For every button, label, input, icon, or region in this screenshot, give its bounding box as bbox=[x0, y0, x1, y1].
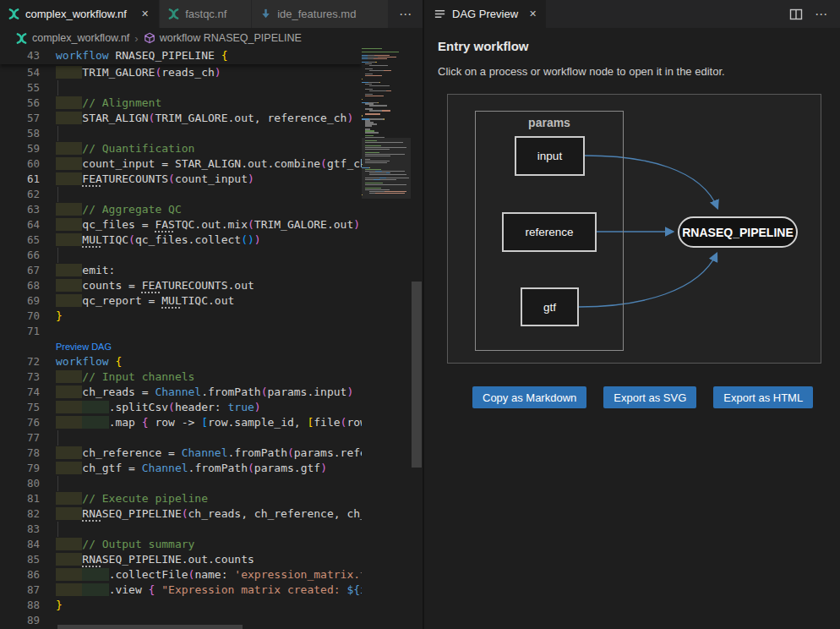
token: Channel bbox=[155, 386, 201, 398]
indent-highlight bbox=[56, 401, 82, 413]
token: TURECOUNTS.out bbox=[161, 279, 254, 292]
code-line[interactable]: ch_gtf = Channel.fromPath(params.gtf) bbox=[47, 461, 362, 476]
code-line[interactable]: counts = FEATURECOUNTS.out bbox=[47, 278, 362, 293]
code-line[interactable]: RNASEQ_PIPELINE.out.counts bbox=[47, 552, 362, 567]
code-line[interactable]: // Aggregate QC bbox=[47, 202, 362, 217]
token: ) bbox=[353, 218, 360, 231]
code-line[interactable]: .collectFile(name: 'expression_matrix.tx… bbox=[47, 567, 362, 583]
breadcrumb-file[interactable]: complex_workflow.nf bbox=[32, 32, 129, 44]
code-line[interactable]: .view { "Expression matrix created: ${it… bbox=[47, 583, 362, 598]
code-line[interactable]: .map { row -> [row.sample_id, [file(row.… bbox=[47, 415, 362, 430]
tab-bar-more-icon[interactable]: ⋯ bbox=[389, 0, 423, 28]
line-number: 43 bbox=[0, 48, 47, 64]
code-line[interactable] bbox=[47, 126, 362, 141]
code-line[interactable]: // Quantification bbox=[47, 141, 362, 156]
preview-list-icon bbox=[434, 8, 446, 20]
code-line[interactable]: workflow { bbox=[47, 354, 362, 369]
token: params.input bbox=[267, 386, 346, 398]
code-line[interactable]: qc_files = FASTQC.out.mix(TRIM_GALORE.ou… bbox=[47, 217, 362, 232]
code-line[interactable]: MULTIQC(qc_files.collect()) bbox=[47, 232, 362, 248]
code-line[interactable]: TRIM_GALORE(reads_ch) bbox=[47, 65, 362, 80]
token: FAS bbox=[155, 218, 174, 231]
panel-more-actions[interactable]: ⋯ bbox=[815, 7, 828, 22]
code-line[interactable]: } bbox=[47, 309, 362, 324]
line-number: 58 bbox=[0, 126, 47, 141]
line-number: 85 bbox=[0, 552, 47, 567]
line-number: 55 bbox=[0, 80, 47, 96]
tab-fastqc-nf[interactable]: fastqc.nf bbox=[160, 0, 252, 28]
indent-highlight bbox=[56, 203, 82, 216]
symbol-workflow-icon bbox=[144, 32, 155, 44]
vertical-scrollbar[interactable] bbox=[411, 48, 423, 629]
token: [ bbox=[201, 416, 208, 429]
line-number: 72 bbox=[0, 354, 47, 369]
tab-label: complex_workflow.nf bbox=[25, 8, 127, 20]
dag-node-gtf[interactable]: gtf bbox=[521, 287, 579, 326]
dag-node-reference[interactable]: reference bbox=[502, 212, 597, 252]
code-line[interactable]: // Output summary bbox=[47, 537, 362, 552]
codelens-preview-dag-link[interactable]: Preview DAG bbox=[56, 342, 112, 352]
split-editor-icon[interactable] bbox=[789, 8, 803, 21]
code-line[interactable]: .splitCsv(header: true) bbox=[47, 400, 362, 415]
code-line[interactable] bbox=[47, 187, 362, 202]
code-line[interactable]: // Execute pipeline bbox=[47, 491, 362, 506]
code-line[interactable]: qc_report = MULTIQC.out bbox=[47, 293, 362, 309]
token: TURECOUNTS bbox=[102, 172, 168, 185]
horizontal-scrollbar[interactable] bbox=[0, 625, 362, 629]
line-number: 75 bbox=[0, 400, 47, 415]
line-number: 74 bbox=[0, 385, 47, 400]
token: .fromPath bbox=[201, 386, 260, 398]
indent-highlight bbox=[56, 218, 82, 231]
code-line[interactable]: RNASEQ_PIPELINE(ch_reads, ch_reference, … bbox=[47, 506, 362, 522]
indent-highlight bbox=[56, 446, 82, 459]
code-line[interactable]: // Input channels bbox=[47, 369, 362, 385]
code-line[interactable]: // Alignment bbox=[47, 96, 362, 111]
panel-tab-close-icon[interactable]: ✕ bbox=[529, 8, 537, 19]
token: { bbox=[221, 49, 228, 62]
breadcrumb-symbol[interactable]: workflow RNASEQ_PIPELINE bbox=[160, 32, 302, 44]
code-line[interactable]: workflow RNASEQ_PIPELINE { bbox=[47, 48, 362, 64]
tab-complex_workflow-nf[interactable]: complex_workflow.nf✕ bbox=[0, 0, 160, 28]
tab-close-icon[interactable]: ✕ bbox=[139, 8, 151, 20]
indent-highlight bbox=[56, 370, 82, 383]
dag-node-rnaseq-pipeline[interactable]: RNASEQ_PIPELINE bbox=[678, 216, 798, 248]
code-line[interactable]: ch_reference = Channel.fromPath(params.r… bbox=[47, 446, 362, 461]
code-area[interactable]: 43workflow RNASEQ_PIPELINE { 54 TRIM_GAL… bbox=[0, 48, 362, 629]
export-as-svg-button[interactable]: Export as SVG bbox=[603, 386, 696, 408]
vertical-scrollbar-slider[interactable] bbox=[412, 282, 422, 468]
code-line[interactable]: count_input = STAR_ALIGN.out.combine(gtf… bbox=[47, 156, 362, 172]
line-number: 59 bbox=[0, 141, 47, 156]
token: .map bbox=[109, 416, 142, 429]
line-number: 64 bbox=[0, 217, 47, 232]
code-line[interactable] bbox=[47, 476, 362, 491]
code-line[interactable] bbox=[47, 324, 362, 339]
sticky-scroll-line[interactable]: 43workflow RNASEQ_PIPELINE { bbox=[0, 48, 362, 64]
code-line[interactable] bbox=[47, 248, 362, 263]
code-line[interactable]: emit: bbox=[47, 263, 362, 278]
code-line[interactable]: STAR_ALIGN(TRIM_GALORE.out, reference_ch… bbox=[47, 111, 362, 126]
minimap[interactable] bbox=[362, 48, 411, 629]
copy-as-markdown-button[interactable]: Copy as Markdown bbox=[472, 386, 586, 408]
codelens[interactable]: Preview DAG bbox=[47, 339, 362, 354]
tab-ide_features-md[interactable]: ide_features.md bbox=[252, 0, 389, 28]
code-line[interactable] bbox=[47, 430, 362, 446]
line-number: 66 bbox=[0, 248, 47, 263]
code-line[interactable]: } bbox=[47, 598, 362, 613]
dag-preview-panel: DAG Preview ✕ ⋯ Entry workflow Click on … bbox=[423, 0, 840, 629]
token: header: bbox=[175, 401, 228, 413]
line-number: 56 bbox=[0, 96, 47, 111]
token: .fromPath bbox=[228, 446, 287, 459]
minimap-viewport[interactable] bbox=[362, 138, 411, 199]
token: RNASEQ_PIPELINE bbox=[109, 49, 221, 62]
code-line[interactable] bbox=[47, 80, 362, 96]
code-line[interactable] bbox=[47, 522, 362, 537]
tab-dag-preview[interactable]: DAG Preview ✕ bbox=[424, 0, 546, 28]
indent-highlight bbox=[82, 401, 108, 413]
code-line[interactable]: FEATURECOUNTS(count_input) bbox=[47, 172, 362, 187]
export-as-html-button[interactable]: Export as HTML bbox=[713, 386, 813, 408]
horizontal-scrollbar-slider[interactable] bbox=[57, 625, 243, 629]
code-line[interactable]: ch_reads = Channel.fromPath(params.input… bbox=[47, 385, 362, 400]
dag-node-input[interactable]: input bbox=[515, 136, 585, 176]
line-number: 70 bbox=[0, 309, 47, 324]
token: .splitCsv bbox=[109, 401, 168, 413]
